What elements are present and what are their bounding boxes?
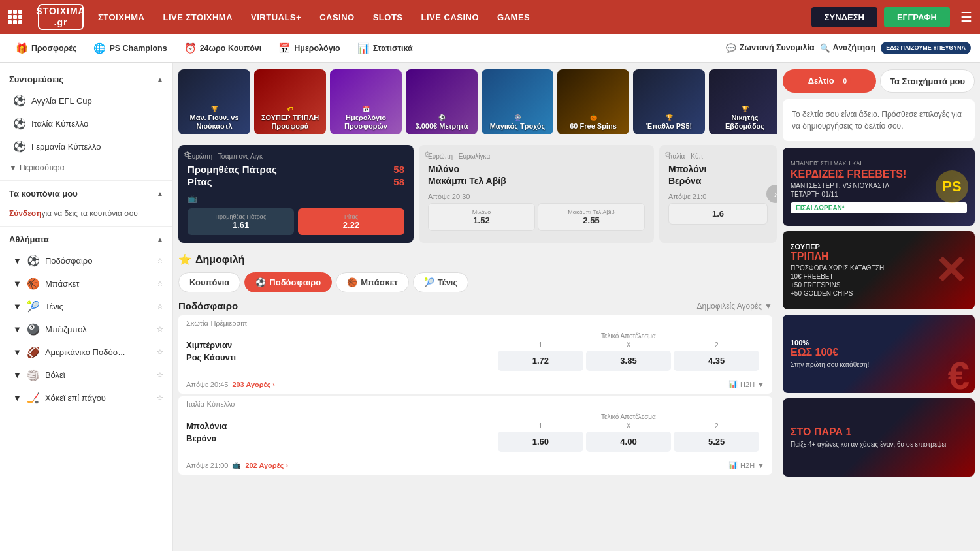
settings-icon-3: ⚙ bbox=[664, 150, 672, 159]
sec-nav-stats[interactable]: 📊 Στατιστικά bbox=[351, 39, 419, 58]
hamburger-icon[interactable]: ☰ bbox=[960, 9, 972, 25]
sidebar-sport-american-football[interactable]: ▼ 🏈 Αμερικάνικο Ποδόσ... ☆ bbox=[0, 341, 172, 364]
promo-card-2[interactable]: 🏷 ΣΟΥΠΕΡ ΤΡΙΠΛΗ Προσφορά bbox=[254, 69, 326, 134]
banner-subtitle-3: ΕΩΣ 100€ bbox=[791, 347, 967, 358]
search-button[interactable]: 🔍 Αναζήτηση bbox=[820, 43, 876, 53]
coupons-section-header[interactable]: Τα κουπόνια μου ▲ bbox=[0, 183, 172, 204]
league-2: Ιταλία-Κύπελλο bbox=[186, 400, 235, 408]
sports-section-header[interactable]: Αθλήματα ▲ bbox=[0, 229, 172, 249]
gray-odd-val-1: 1.52 bbox=[473, 215, 489, 225]
sidebar-sport-basketball[interactable]: ▼ 🏀 Μπάσκετ ☆ bbox=[0, 272, 172, 295]
gray-odd-1[interactable]: Μιλάνο 1.52 bbox=[428, 203, 535, 231]
login-link[interactable]: Σύνδεση bbox=[9, 209, 41, 218]
register-button[interactable]: ΕΓΓΡΑΦΗ bbox=[884, 7, 950, 27]
markets-link-1[interactable]: 203 Αγορές › bbox=[232, 381, 275, 388]
odd-btn-team2[interactable]: Ρίτας 2.22 bbox=[298, 208, 404, 235]
sidebar-sport-hockey[interactable]: ▼ 🏒 Χόκεϊ επί πάγου ☆ bbox=[0, 386, 172, 409]
nav-games[interactable]: GAMES bbox=[496, 10, 531, 25]
nav-casino[interactable]: CASINO bbox=[318, 10, 356, 25]
team2-score: 58 bbox=[393, 176, 404, 187]
odd-btn-1-2[interactable]: 3.85 bbox=[586, 351, 672, 371]
banner-100-percent[interactable]: 100% ΕΩΣ 100€ Στην πρώτη σου κατάθεση! € bbox=[783, 315, 975, 393]
promo-card-6[interactable]: 🎃 60 Free Spins bbox=[557, 69, 629, 134]
sec-nav-coupon[interactable]: ⏰ 24ωρο Κουπόνι bbox=[178, 39, 269, 58]
odd-btn-1-1[interactable]: 1.72 bbox=[498, 351, 583, 371]
item-left: ▼ 🎾 Τένις bbox=[13, 300, 63, 313]
live-chat-button[interactable]: 💬 Ζωντανή Συνομιλία bbox=[726, 43, 815, 53]
popular-section: ⭐ Δημοφιλή Κουπόνια ⚽ Ποδόσφαιρο 🏀 Μπάσκ… bbox=[173, 247, 777, 484]
odd-btn-1-3[interactable]: 4.35 bbox=[674, 351, 759, 371]
tab-tennis[interactable]: 🎾 Τένις bbox=[413, 272, 468, 292]
secondary-navigation: 🎁 Προσφορές 🌐 PS Champions ⏰ 24ωρο Κουπό… bbox=[0, 34, 980, 63]
banner-cta-1[interactable]: ΕΙΣΑΙ ΔΩΡΕΑΝ* bbox=[791, 202, 967, 213]
card-badge-8: 🏆 bbox=[742, 106, 749, 112]
tab-basketball[interactable]: 🏀 Μπάσκετ bbox=[336, 272, 409, 292]
betslip-tab-my-bets[interactable]: Τα Στοιχήματά μου bbox=[880, 69, 975, 93]
banner-title-4: ΣΤΟ ΠΑΡΑ 1 bbox=[791, 426, 967, 438]
grid-menu-icon[interactable] bbox=[8, 10, 22, 24]
promo-card-4[interactable]: ⚽ 3.000€ Μετρητά bbox=[406, 69, 478, 134]
banner-super-triple[interactable]: ΣΟΥΠΕΡ ΤΡΙΠΛΗ ΠΡΟΣΦΟΡΑ ΧΩΡΙΣ ΚΑΤΑΘΕΣΗ10€… bbox=[783, 231, 975, 309]
sidebar-sport-football[interactable]: ▼ ⚽ Ποδόσφαιρο ☆ bbox=[0, 249, 172, 272]
more-link[interactable]: ▼ Περισσότερα bbox=[0, 158, 172, 178]
item-left: ▼ 🏒 Χόκεϊ επί πάγου bbox=[13, 392, 106, 404]
sidebar-item-germany-cup[interactable]: ⚽ Γερμανία Κύπελλο bbox=[0, 135, 172, 158]
odd-col-5: Χ 4.00 bbox=[586, 422, 672, 452]
nav-live-stoixima[interactable]: LIVE ΣΤΟΙΧΗΜΑ bbox=[162, 10, 235, 25]
football-label: Ποδόσφαιρο bbox=[45, 256, 93, 266]
odd-btn-2-1[interactable]: 1.60 bbox=[498, 432, 583, 452]
footer-left-2: Απόψε 21:00 📺 202 Αγορές › bbox=[186, 461, 288, 469]
odd-btn-team1[interactable]: Προμηθέας Πάτρας 1.61 bbox=[188, 208, 294, 235]
markets-dropdown[interactable]: Δημοφιλείς Αγορές ▼ bbox=[696, 302, 772, 311]
responsible-gaming-badge[interactable]: ΕΔΩ ΠΑΙΖΟΥΜΕ ΥΠΕΥΘΥΝΑ bbox=[881, 42, 971, 54]
sidebar-sport-tennis[interactable]: ▼ 🎾 Τένις ☆ bbox=[0, 295, 172, 318]
gray-odd-2[interactable]: Μακάμπι Τελ Αβίβ 2.55 bbox=[538, 203, 645, 231]
sidebar-item-italy-cup[interactable]: ⚽ Ιταλία Κύπελλο bbox=[0, 112, 172, 135]
live-next-button[interactable]: › bbox=[766, 185, 777, 203]
odd-btn-2-2[interactable]: 4.00 bbox=[586, 432, 672, 452]
banner-ps-champions[interactable]: ΜΠΑΙΝΕΙΣ ΣΤΗ ΜΑΧΗ ΚΑΙ ΚΕΡΔΙΖΕΙΣ FREEBETS… bbox=[783, 148, 975, 226]
sidebar-sport-baseball[interactable]: ▼ 🎱 Μπέιζμπολ ☆ bbox=[0, 318, 172, 341]
sidebar-sport-volleyball[interactable]: ▼ 🏐 Βόλεϊ ☆ bbox=[0, 364, 172, 386]
sec-nav-right: 💬 Ζωντανή Συνομιλία 🔍 Αναζήτηση ΕΔΩ ΠΑΙΖ… bbox=[726, 42, 971, 54]
tab-coupons[interactable]: Κουπόνια bbox=[178, 272, 240, 292]
chevron-down-markets: ▼ bbox=[764, 302, 772, 311]
arrow-right-icon-2: › bbox=[286, 462, 288, 469]
promo-card-3[interactable]: 📅 Ημερολόγιο Προσφορών bbox=[330, 69, 402, 134]
site-logo[interactable]: STOIXIMA.gr bbox=[38, 4, 84, 30]
main-nav-links: ΣΤΟΙΧΗΜΑ LIVE ΣΤΟΙΧΗΜΑ VIRTUALS+ CASINO … bbox=[97, 10, 798, 25]
promo-card-7[interactable]: 🏆 Έπαθλο PS5! bbox=[633, 69, 705, 134]
markets-link-2[interactable]: 202 Αγορές › bbox=[245, 462, 288, 469]
card-badge-3: 📅 bbox=[363, 106, 370, 112]
promo-card-8[interactable]: 🏆 Νικητής Εβδομάδας bbox=[709, 69, 777, 134]
nav-slots[interactable]: SLOTS bbox=[372, 10, 404, 25]
chevron-down-icon-amfootball: ▼ bbox=[13, 347, 22, 357]
odd-col-2: Χ 3.85 bbox=[586, 341, 672, 371]
nav-stoixima[interactable]: ΣΤΟΙΧΗΜΑ bbox=[97, 10, 146, 25]
banner-sto-para-1[interactable]: ΣΤΟ ΠΑΡΑ 1 Παίξε 4+ αγώνες και αν χάσεις… bbox=[783, 398, 975, 477]
shortcuts-header[interactable]: Συντομεύσεις ▲ bbox=[0, 69, 172, 89]
sec-nav-offers[interactable]: 🎁 Προσφορές bbox=[9, 39, 83, 58]
promo-card-5[interactable]: 🎡 Μαγικός Τροχός bbox=[482, 69, 553, 134]
markets-count-1: 203 Αγορές bbox=[232, 381, 270, 388]
footer-right-2[interactable]: 📊 H2H ▼ bbox=[728, 461, 764, 469]
gray-odd-3[interactable]: 1.6 bbox=[668, 203, 768, 225]
promo-card-1[interactable]: 🏆 Μαν. Γιουν. vs Νιούκαστλ bbox=[178, 69, 250, 134]
sidebar-item-england-efl[interactable]: ⚽ Αγγλία EFL Cup bbox=[0, 89, 172, 112]
banner-desc-4: Παίξε 4+ αγώνες και αν χάσεις έναν, θα σ… bbox=[791, 440, 967, 449]
nav-virtuals[interactable]: VIRTUALS+ bbox=[250, 10, 302, 25]
sec-nav-calendar[interactable]: 📅 Ημερολόγιο bbox=[272, 39, 346, 58]
card-title-5: Μαγικός Τροχός bbox=[490, 122, 546, 131]
league-label-3: Ιταλία - Κύπ bbox=[668, 153, 768, 160]
sec-nav-ps-champions[interactable]: 🌐 PS Champions bbox=[87, 39, 173, 58]
chevron-down-icon-baseball: ▼ bbox=[13, 324, 22, 334]
login-button[interactable]: ΣΥΝΔΕΣΗ bbox=[811, 7, 877, 27]
betslip-tab-active[interactable]: Δελτίο 0 bbox=[783, 69, 876, 93]
badge-label: ΕΔΩ ΠΑΙΖΟΥΜΕ ΥΠΕΥΘΥΝΑ bbox=[886, 44, 966, 52]
footer-right-1[interactable]: 📊 H2H ▼ bbox=[728, 380, 764, 388]
odd-col-4: 1 1.60 bbox=[498, 422, 583, 452]
right-sidebar: Δελτίο 0 Τα Στοιχήματά μου Το δελτίο σου… bbox=[777, 63, 980, 551]
nav-live-casino[interactable]: LIVE CASINO bbox=[420, 10, 481, 25]
tab-football[interactable]: ⚽ Ποδόσφαιρο bbox=[244, 272, 332, 292]
odd-btn-2-3[interactable]: 5.25 bbox=[674, 432, 759, 452]
